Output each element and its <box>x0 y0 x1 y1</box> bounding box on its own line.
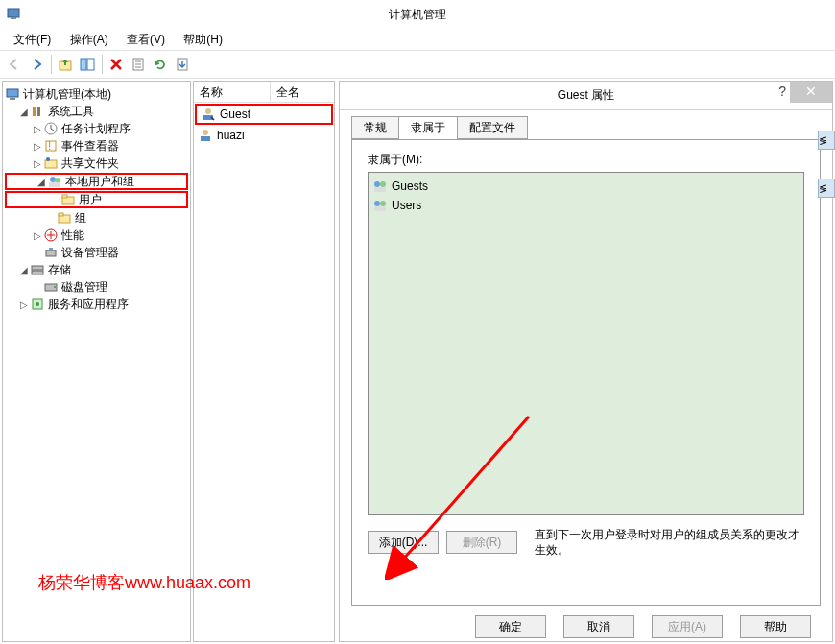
tree-label: 性能 <box>61 227 84 244</box>
list-header: 名称 全名 <box>194 82 334 103</box>
properties-button[interactable] <box>128 54 149 75</box>
tree-users[interactable]: 用户 <box>5 191 188 208</box>
svg-point-40 <box>380 181 386 187</box>
expander-icon[interactable]: ◢ <box>36 177 47 187</box>
refresh-button[interactable] <box>150 54 171 75</box>
tree-disk-management[interactable]: 磁盘管理 <box>3 278 190 296</box>
expander-icon[interactable]: ▷ <box>32 230 43 241</box>
tree-storage[interactable]: ◢ 存储 <box>3 261 190 278</box>
svg-rect-11 <box>10 98 15 100</box>
computer-icon <box>5 86 20 102</box>
tree-label: 任务计划程序 <box>61 121 131 137</box>
svg-rect-27 <box>46 250 56 256</box>
tree-label: 事件查看器 <box>61 138 119 155</box>
user-icon <box>198 128 213 143</box>
tree-task-scheduler[interactable]: ▷ 任务计划程序 <box>3 120 190 137</box>
svg-point-35 <box>205 108 211 114</box>
tree-services-apps[interactable]: ▷ 服务和应用程序 <box>3 296 190 313</box>
list-pane: 名称 全名 Guest huazi <box>193 81 335 642</box>
member-item[interactable]: Users <box>372 196 799 215</box>
svg-rect-12 <box>33 107 36 116</box>
tree-shared-folders[interactable]: ▷ 共享文件夹 <box>3 155 190 172</box>
member-label: Users <box>392 199 421 212</box>
list-item-label: Guest <box>220 107 250 121</box>
tree-groups[interactable]: 组 <box>3 209 190 227</box>
actions-strip: ≶操作 ≶操作 <box>818 131 835 227</box>
export-button[interactable] <box>172 54 193 75</box>
svg-rect-3 <box>81 59 86 70</box>
note-text: 直到下一次用户登录时对用户的组成员关系的更改才生效。 <box>535 527 804 558</box>
app-icon <box>6 6 21 21</box>
cancel-button[interactable]: 取消 <box>563 615 634 638</box>
col-fullname[interactable]: 全名 <box>271 82 334 102</box>
services-icon <box>30 297 45 312</box>
tree-pane: 计算机管理(本地) ◢ 系统工具 ▷ 任务计划程序 ▷ ! 事件查看器 ▷ 共享… <box>2 81 191 642</box>
strip-item[interactable]: ≶操作 <box>818 179 835 198</box>
tree-root[interactable]: 计算机管理(本地) <box>3 85 190 103</box>
expander-icon[interactable]: ▷ <box>32 158 43 169</box>
tree-label: 磁盘管理 <box>61 279 107 296</box>
tree-device-manager[interactable]: 设备管理器 <box>3 244 190 261</box>
users-icon <box>47 174 62 189</box>
dialog-titlebar: Guest 属性 ? ✕ <box>340 82 832 110</box>
dialog-buttons: 确定 取消 应用(A) 帮助 <box>340 606 832 644</box>
tree-system-tools[interactable]: ◢ 系统工具 <box>3 103 190 120</box>
back-button[interactable] <box>4 54 25 75</box>
help-button[interactable]: 帮助 <box>740 615 811 638</box>
tab-memberof[interactable]: 隶属于 <box>398 116 458 139</box>
delete-button[interactable] <box>106 54 127 75</box>
folder-icon <box>57 210 72 226</box>
menubar: 文件(F) 操作(A) 查看(V) 帮助(H) <box>0 29 835 50</box>
show-hide-button[interactable] <box>77 54 98 75</box>
forward-button[interactable] <box>26 54 47 75</box>
menu-help[interactable]: 帮助(H) <box>176 29 230 51</box>
svg-point-37 <box>203 130 208 135</box>
tab-general[interactable]: 常规 <box>351 116 399 139</box>
user-icon <box>201 107 216 122</box>
expander-icon[interactable]: ▷ <box>32 124 43 134</box>
apply-button: 应用(A) <box>652 615 723 638</box>
tools-icon <box>30 104 45 119</box>
list-item-guest[interactable]: Guest <box>195 104 333 125</box>
window-title: 计算机管理 <box>389 8 446 21</box>
strip-item[interactable]: ≶操作 <box>818 131 835 150</box>
tree-event-viewer[interactable]: ▷ ! 事件查看器 <box>3 137 190 155</box>
separator <box>102 55 103 74</box>
svg-rect-25 <box>59 213 63 216</box>
menu-view[interactable]: 查看(V) <box>119 29 173 51</box>
tree-local-users-groups[interactable]: ◢ 本地用户和组 <box>5 173 188 190</box>
up-button[interactable] <box>55 54 76 75</box>
tree-label: 组 <box>75 210 86 227</box>
tab-profile[interactable]: 配置文件 <box>457 116 528 139</box>
svg-rect-10 <box>7 89 18 97</box>
svg-rect-38 <box>201 136 210 141</box>
member-item[interactable]: Guests <box>372 177 799 196</box>
expander-icon[interactable]: ◢ <box>18 265 30 275</box>
ok-button[interactable]: 确定 <box>475 615 546 638</box>
menu-action[interactable]: 操作(A) <box>62 29 116 51</box>
svg-rect-41 <box>374 187 386 192</box>
button-row: 添加(D)... 删除(R) 直到下一次用户登录时对用户的组成员关系的更改才生效… <box>368 527 804 558</box>
add-button[interactable]: 添加(D)... <box>368 531 439 554</box>
col-name[interactable]: 名称 <box>194 82 271 102</box>
list-item-huazi[interactable]: huazi <box>194 126 334 145</box>
memberof-list[interactable]: Guests Users <box>368 172 804 515</box>
tree-label: 计算机管理(本地) <box>23 86 111 103</box>
help-icon[interactable]: ? <box>778 83 786 99</box>
svg-rect-13 <box>37 107 40 116</box>
tree-performance[interactable]: ▷ 性能 <box>3 227 190 244</box>
menu-file[interactable]: 文件(F) <box>6 29 59 51</box>
tree-label: 系统工具 <box>48 104 94 120</box>
svg-rect-29 <box>32 266 43 270</box>
svg-point-39 <box>374 181 380 187</box>
tree-label: 存储 <box>48 262 71 278</box>
tree-label: 共享文件夹 <box>61 155 119 172</box>
content-area: 计算机管理(本地) ◢ 系统工具 ▷ 任务计划程序 ▷ ! 事件查看器 ▷ 共享… <box>0 79 835 644</box>
expander-icon[interactable]: ◢ <box>18 107 30 117</box>
svg-point-34 <box>36 302 39 306</box>
expander-icon[interactable]: ▷ <box>18 299 30 310</box>
close-button[interactable]: ✕ <box>790 82 832 103</box>
expander-icon[interactable]: ▷ <box>32 141 43 152</box>
dialog-body: 常规 隶属于 配置文件 隶属于(M): Guests Users <box>340 110 832 606</box>
dialog-title: Guest 属性 <box>558 87 614 104</box>
